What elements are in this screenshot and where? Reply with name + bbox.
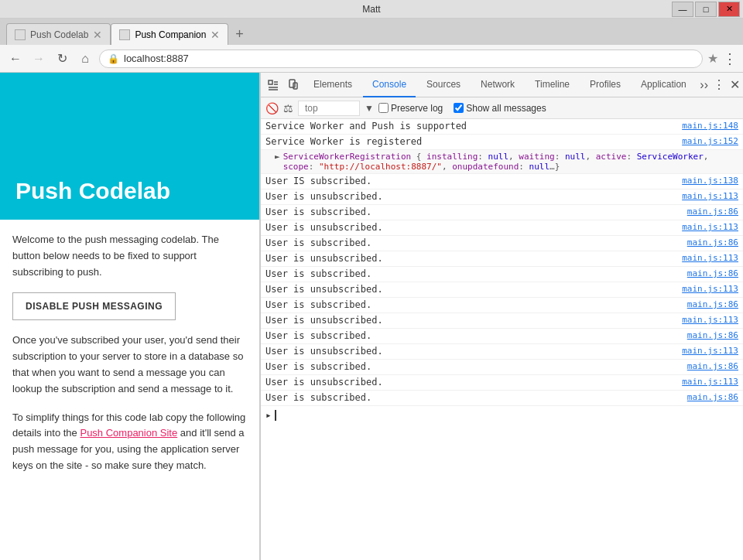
console-source-4[interactable]: main.js:138 bbox=[682, 176, 738, 186]
console-clear-icon[interactable]: 🚫 bbox=[265, 102, 279, 114]
forward-button[interactable]: → bbox=[29, 50, 48, 68]
tab-timeline[interactable]: Timeline bbox=[526, 73, 579, 97]
console-input-line: ▸ bbox=[261, 406, 743, 424]
console-source-12[interactable]: main.js:86 bbox=[687, 299, 738, 309]
window-controls: — □ ✕ bbox=[672, 2, 740, 17]
tab-profiles[interactable]: Profiles bbox=[580, 73, 630, 97]
console-line-9: User is unsubscribed. main.js:113 bbox=[261, 251, 743, 267]
devtools-device-button[interactable] bbox=[284, 76, 303, 94]
tab-favicon-1 bbox=[15, 29, 26, 40]
console-msg-12: User is subscribed. bbox=[265, 299, 680, 310]
object-brace-open-3: { bbox=[416, 152, 422, 162]
expand-icon-3[interactable]: ► bbox=[275, 152, 280, 162]
disable-push-button[interactable]: DISABLE PUSH MESSAGING bbox=[12, 292, 176, 320]
tab-network[interactable]: Network bbox=[471, 73, 524, 97]
console-msg-7: User is unsubscribed. bbox=[265, 222, 674, 233]
console-source-1[interactable]: main.js:148 bbox=[682, 121, 738, 131]
filter-dropdown-icon[interactable]: ▼ bbox=[365, 103, 374, 114]
preserve-log-input[interactable] bbox=[378, 103, 389, 113]
menu-icon[interactable]: ⋮ bbox=[723, 50, 737, 67]
console-output: Service Worker and Push is supported mai… bbox=[261, 119, 743, 560]
object-val-waiting: null bbox=[565, 152, 586, 162]
close-button[interactable]: ✕ bbox=[718, 2, 740, 17]
console-msg-5: User is unsubscribed. bbox=[265, 191, 674, 202]
tab-elements[interactable]: Elements bbox=[304, 73, 361, 97]
console-source-9[interactable]: main.js:113 bbox=[682, 253, 738, 263]
console-line-7: User is unsubscribed. main.js:113 bbox=[261, 220, 743, 236]
tab-close-1[interactable]: ✕ bbox=[93, 29, 102, 41]
title-bar: Matt — □ ✕ bbox=[0, 0, 743, 19]
object-val-scope: "http://localhost:8887/" bbox=[319, 162, 442, 172]
console-line-13: User is unsubscribed. main.js:113 bbox=[261, 313, 743, 329]
new-tab-button[interactable]: + bbox=[228, 23, 250, 45]
tab-console[interactable]: Console bbox=[363, 73, 416, 97]
devtools-close-icon[interactable]: ✕ bbox=[730, 77, 740, 92]
console-msg-1: Service Worker and Push is supported bbox=[265, 121, 674, 131]
console-source-15[interactable]: main.js:113 bbox=[682, 346, 738, 356]
console-line-4: User IS subscribed. main.js:138 bbox=[261, 174, 743, 190]
object-key-onupdate: onupdatefound bbox=[452, 162, 519, 172]
console-source-13[interactable]: main.js:113 bbox=[682, 315, 738, 325]
console-source-10[interactable]: main.js:86 bbox=[687, 268, 738, 278]
browser-tab-2[interactable]: Push Companion ✕ bbox=[111, 23, 228, 45]
url-bar[interactable]: 🔒 localhost:8887 bbox=[99, 50, 703, 68]
console-msg-13: User is unsubscribed. bbox=[265, 315, 674, 326]
console-source-2[interactable]: main.js:152 bbox=[682, 136, 738, 146]
console-msg-9: User is unsubscribed. bbox=[265, 253, 674, 264]
tab-application[interactable]: Application bbox=[632, 73, 696, 97]
object-val-installing: null bbox=[488, 152, 509, 162]
svg-rect-5 bbox=[289, 80, 295, 87]
devtools-more-icon[interactable]: ›› bbox=[700, 78, 708, 92]
minimize-button[interactable]: — bbox=[672, 2, 693, 17]
home-button[interactable]: ⌂ bbox=[76, 50, 94, 68]
console-msg-18: User is subscribed. bbox=[265, 392, 680, 403]
console-prompt-icon: ▸ bbox=[265, 409, 272, 421]
tab-close-2[interactable]: ✕ bbox=[211, 29, 220, 41]
console-source-5[interactable]: main.js:113 bbox=[682, 191, 738, 201]
console-line-1: Service Worker and Push is supported mai… bbox=[261, 119, 743, 135]
console-source-6[interactable]: main.js:86 bbox=[687, 207, 738, 217]
console-line-12: User is subscribed. main.js:86 bbox=[261, 298, 743, 313]
bookmark-icon[interactable]: ★ bbox=[707, 51, 718, 66]
push-companion-link[interactable]: Push Companion Site bbox=[80, 427, 177, 439]
browser-tab-1[interactable]: Push Codelab ✕ bbox=[6, 23, 111, 45]
page-description-2: Once you've subscribed your user, you'd … bbox=[12, 333, 247, 397]
console-line-16: User is subscribed. main.js:86 bbox=[261, 360, 743, 375]
tab-sources[interactable]: Sources bbox=[417, 73, 470, 97]
console-source-17[interactable]: main.js:113 bbox=[682, 377, 738, 387]
tab-bar: Push Codelab ✕ Push Companion ✕ + bbox=[0, 19, 743, 45]
console-line-2: Service Worker is registered main.js:152 bbox=[261, 135, 743, 150]
console-filter-icon[interactable]: ⚖ bbox=[283, 102, 293, 114]
devtools-inspect-button[interactable] bbox=[264, 76, 282, 94]
show-all-checkbox[interactable]: Show all messages bbox=[454, 103, 546, 114]
reload-button[interactable]: ↻ bbox=[53, 50, 71, 68]
console-source-7[interactable]: main.js:113 bbox=[682, 222, 738, 232]
show-all-label: Show all messages bbox=[466, 103, 546, 114]
console-source-14[interactable]: main.js:86 bbox=[687, 330, 738, 340]
console-filter-input[interactable] bbox=[298, 101, 360, 116]
console-cursor bbox=[275, 410, 276, 421]
address-bar: ← → ↻ ⌂ 🔒 localhost:8887 ★ ⋮ bbox=[0, 45, 743, 73]
back-button[interactable]: ← bbox=[6, 50, 25, 68]
console-line-11: User is unsubscribed. main.js:113 bbox=[261, 282, 743, 298]
show-all-input[interactable] bbox=[454, 103, 464, 113]
console-line-5: User is unsubscribed. main.js:113 bbox=[261, 190, 743, 205]
devtools-settings-icon[interactable]: ⋮ bbox=[713, 77, 725, 92]
console-source-18[interactable]: main.js:86 bbox=[687, 392, 738, 402]
console-msg-11: User is unsubscribed. bbox=[265, 284, 674, 295]
console-source-11[interactable]: main.js:113 bbox=[682, 284, 738, 294]
console-line-3: ► ServiceWorkerRegistration { installing… bbox=[261, 150, 743, 174]
page-content: Welcome to the push messaging codelab. T… bbox=[0, 220, 259, 487]
console-msg-10: User is subscribed. bbox=[265, 268, 680, 279]
console-source-8[interactable]: main.js:86 bbox=[687, 237, 738, 248]
preserve-log-checkbox[interactable]: Preserve log bbox=[378, 103, 443, 114]
maximize-button[interactable]: □ bbox=[695, 2, 717, 17]
console-source-16[interactable]: main.js:86 bbox=[687, 361, 738, 371]
console-line-18: User is subscribed. main.js:86 bbox=[261, 391, 743, 406]
console-msg-3: ServiceWorkerRegistration { installing: … bbox=[283, 152, 738, 172]
devtools-panel: Elements Console Sources Network Timelin… bbox=[260, 73, 743, 560]
console-line-6: User is subscribed. main.js:86 bbox=[261, 205, 743, 220]
console-toolbar: 🚫 ⚖ ▼ Preserve log Show all messages bbox=[261, 97, 743, 119]
hero-title: Push Codelab bbox=[15, 178, 170, 204]
webpage-panel: Push Codelab Welcome to the push messagi… bbox=[0, 73, 260, 560]
